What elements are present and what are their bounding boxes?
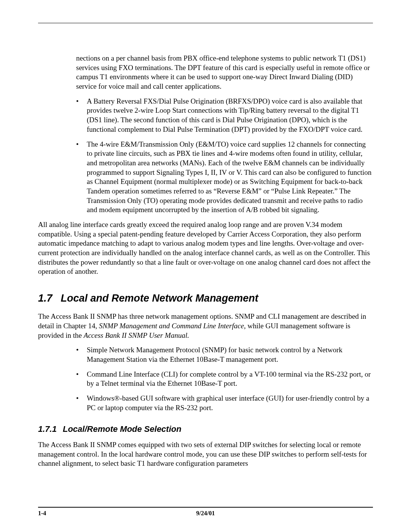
document-page: nections on a per channel basis from PBX… xyxy=(0,0,411,532)
footer-date: 9/24/01 xyxy=(196,510,215,517)
italic-reference: SNMP Management and Command Line Interfa… xyxy=(99,322,244,330)
summary-paragraph: All analog line interface cards greatly … xyxy=(38,220,373,276)
heading-number: 1.7 xyxy=(38,292,53,305)
voice-card-bullets: A Battery Reversal FXS/Dial Pulse Origin… xyxy=(76,97,373,215)
page-footer: 1-4 9/24/01 xyxy=(38,507,373,517)
footer-rule xyxy=(38,507,373,508)
heading-number: 1.7.1 xyxy=(38,424,57,435)
heading-1-7: 1.7Local and Remote Network Management xyxy=(38,292,373,305)
heading-title: Local/Remote Mode Selection xyxy=(63,424,182,434)
continued-section: nections on a per channel basis from PBX… xyxy=(76,54,373,215)
page-number: 1-4 xyxy=(38,510,46,517)
section-1-7-1-paragraph: The Access Bank II SNMP comes equipped w… xyxy=(38,440,373,468)
section-1-7-bullets-block: Simple Network Management Protocol (SNMP… xyxy=(76,345,373,412)
management-options-bullets: Simple Network Management Protocol (SNMP… xyxy=(76,345,373,412)
list-item: Simple Network Management Protocol (SNMP… xyxy=(76,345,373,364)
list-item: Windows®-based GUI software with graphic… xyxy=(76,394,373,412)
heading-1-7-1: 1.7.1Local/Remote Mode Selection xyxy=(38,424,373,435)
footer-row: 1-4 9/24/01 xyxy=(38,510,373,517)
list-item: A Battery Reversal FXS/Dial Pulse Origin… xyxy=(76,97,373,134)
heading-title: Local and Remote Network Management xyxy=(61,292,258,304)
list-item: The 4-wire E&M/Transmission Only (E&M/TO… xyxy=(76,140,373,215)
header-rule xyxy=(38,23,373,23)
list-item: Command Line Interface (CLI) for complet… xyxy=(76,370,373,388)
section-1-7-intro: The Access Bank II SNMP has three networ… xyxy=(38,312,373,340)
page-content: nections on a per channel basis from PBX… xyxy=(38,54,373,468)
continuation-paragraph: nections on a per channel basis from PBX… xyxy=(76,54,373,91)
italic-reference: Access Bank II SNMP User Manual. xyxy=(84,331,189,339)
